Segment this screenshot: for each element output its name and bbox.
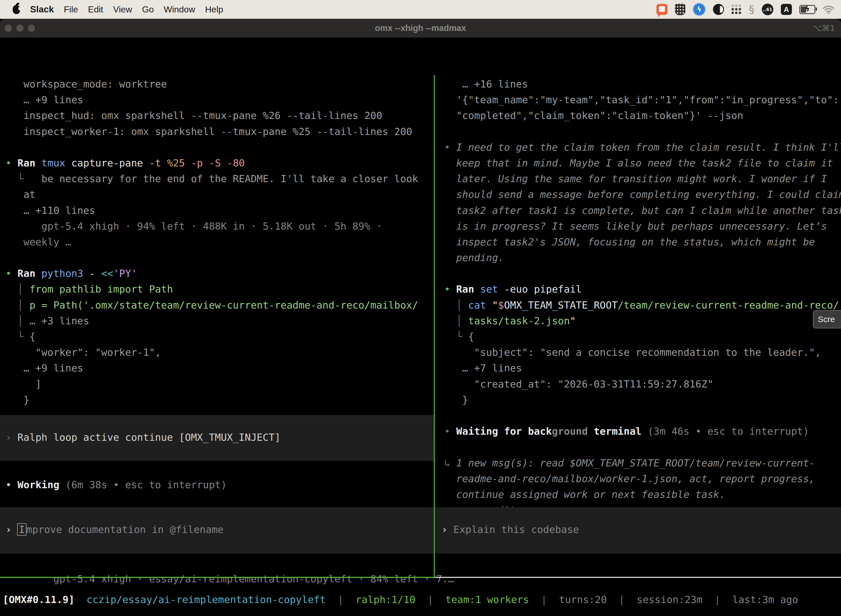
terminal-line: • Ran python3 - <<'PY' (6, 265, 431, 281)
menu-left: Slack FileEditViewGoWindowHelp (0, 4, 223, 15)
terminal-line: weekly … (6, 234, 431, 250)
menu-status-icons: ϟ§..61Aϟ (656, 3, 841, 16)
terminal-line: │ p = Path('.omx/state/team/review-curre… (6, 297, 431, 313)
terminal-line: ] (6, 376, 431, 392)
terminal-line: "completed","claim_token":"claim-token"}… (444, 108, 841, 123)
window-shortcut-hint: ⌥⌘1 (813, 19, 835, 38)
wifi-icon[interactable] (823, 5, 834, 14)
squiggle-icon[interactable]: § (749, 4, 755, 15)
terminal-line: '{"team_name":"my-team","task_id":"1","f… (444, 92, 841, 108)
window-title-bar[interactable]: omx --xhigh --madmax ⌥⌘1 (0, 19, 841, 38)
menu-item-go[interactable]: Go (142, 4, 154, 15)
terminal-line: later. Using the same for transition mig… (444, 171, 841, 186)
terminal-line: should send a message before completing … (444, 186, 841, 202)
right-input-placeholder[interactable]: › Explain this codebase (435, 522, 841, 537)
terminal-line: │ cat "$OMX_TEAM_STATE_ROOT/team/review-… (444, 297, 841, 313)
right-pane-output: … +16 lines '{"team_name":"my-team","tas… (444, 76, 841, 518)
terminal-line: … +9 lines (6, 92, 431, 108)
terminal-line: is in progress? It seems likely but perh… (444, 218, 841, 234)
left-prompt-input[interactable]: › Improve documentation in @filename (0, 507, 434, 554)
terminal-line: • Ran set -euo pipefail (444, 281, 841, 297)
terminal-line: inspect_worker-1: omx sparkshell --tmux-… (6, 124, 431, 139)
terminal-line (444, 265, 841, 281)
terminal-line (6, 250, 431, 265)
input-source-icon[interactable]: A (781, 4, 792, 15)
right-pane-status: gpt-5.4 xhigh · 94% left · 488K in · 5.1… (444, 555, 841, 571)
menu-item-edit[interactable]: Edit (88, 4, 103, 15)
terminal-line (444, 439, 841, 455)
dots-grid-icon[interactable] (731, 4, 741, 14)
menu-item-file[interactable]: File (64, 4, 78, 15)
left-pane-output: workspace_mode: worktree … +9 lines insp… (6, 76, 431, 408)
terminal-line: … +9 lines (6, 360, 431, 376)
terminal-line: • Waiting for background terminal (3m 46… (444, 423, 841, 439)
apple-icon[interactable] (13, 5, 20, 14)
screen-share-overlay[interactable]: Scre (813, 310, 841, 329)
terminal-line: │ from pathlib import Path (6, 281, 431, 297)
terminal-line: "created_at": "2026-03-31T11:59:27.816Z" (444, 376, 841, 392)
terminal-line (6, 139, 431, 155)
terminal: workspace_mode: worktree … +9 lines insp… (0, 38, 841, 616)
left-pane-status-text: gpt-5.4 xhigh · essay/ai-reimplementatio… (41, 573, 454, 585)
terminal-line (444, 124, 841, 139)
terminal-line: } (6, 392, 431, 408)
terminal-line: … +7 lines (444, 360, 841, 376)
terminal-line: • I need to get the claim token from the… (444, 139, 841, 155)
left-input-placeholder[interactable]: › Improve documentation in @filename (0, 522, 434, 537)
battery-charging-icon[interactable]: ϟ (799, 5, 815, 14)
ralph-loop-text: › Ralph loop active continue [OMX_TMUX_I… (0, 430, 434, 445)
terminal-line: task2 after task1 is complete, but can I… (444, 202, 841, 218)
terminal-line: • Ran tmux capture-pane -t %25 -p -S -80 (6, 155, 431, 171)
app-menu-name[interactable]: Slack (30, 4, 54, 15)
screen: Slack FileEditViewGoWindowHelp ϟ§..61Aϟ … (0, 0, 841, 616)
left-pane-border (0, 577, 434, 578)
screen-share-overlay-text: Scre (818, 315, 835, 324)
right-pane-border (435, 577, 841, 578)
terminal-line: } (444, 392, 841, 408)
window-title: omx --xhigh --madmax (0, 19, 841, 38)
shield-grid-icon[interactable] (675, 4, 686, 15)
text-cursor: I (18, 524, 26, 535)
terminal-line: ↳ 1 new msg(s): read $OMX_TEAM_STATE_ROO… (444, 455, 841, 471)
terminal-line: └ be necessary for the end of the README… (6, 171, 431, 186)
terminal-line: … +110 lines (6, 202, 431, 218)
terminal-line: │ tasks/task-2.json" (444, 313, 841, 329)
terminal-line: pending. (444, 250, 841, 265)
terminal-line: │ … +3 lines (6, 313, 431, 329)
terminal-line: └ { (444, 329, 841, 345)
dark-crescent-icon[interactable] (713, 4, 724, 15)
terminal-line: inspect task2's JSON, focusing on the st… (444, 234, 841, 250)
menu-item-view[interactable]: View (113, 4, 132, 15)
terminal-line: readme-and-reco/mailbox/worker-1.json, a… (444, 471, 841, 487)
pane-divider[interactable] (434, 75, 435, 578)
count-badge-icon[interactable]: ..61 (762, 4, 774, 15)
terminal-line: workspace_mode: worktree (6, 76, 431, 92)
menu-bar: Slack FileEditViewGoWindowHelp ϟ§..61Aϟ (0, 0, 841, 19)
menu-item-help[interactable]: Help (205, 4, 223, 15)
omx-status-line: [OMX#0.11.9] cczip/essay/ai-reimplementa… (3, 592, 798, 607)
working-status: • Working (6m 38s • esc to interrupt) (6, 477, 227, 493)
terminal-line (444, 408, 841, 423)
terminal-line: at (6, 186, 431, 202)
menu-items: FileEditViewGoWindowHelp (64, 4, 223, 15)
bolt-circle-icon[interactable]: ϟ (693, 3, 706, 16)
terminal-line: inspect_hud: omx sparkshell --tmux-pane … (6, 108, 431, 123)
ralph-loop-banner: › Ralph loop active continue [OMX_TMUX_I… (0, 415, 434, 461)
terminal-line: "subject": "send a concise recommendatio… (444, 345, 841, 360)
terminal-line: continue assigned work or next feasible … (444, 487, 841, 502)
terminal-line: … +16 lines (444, 76, 841, 92)
terminal-line: "worker": "worker-1", (6, 345, 431, 360)
left-pane-status: gpt-5.4 xhigh · essay/ai-reimplementatio… (6, 555, 454, 571)
right-prompt-input[interactable]: › Explain this codebase (435, 507, 841, 554)
menu-item-window[interactable]: Window (164, 4, 195, 15)
terminal-line: gpt-5.4 xhigh · 94% left · 488K in · 5.1… (6, 218, 431, 234)
terminal-line: keep that in mind. Maybe I also need the… (444, 155, 841, 171)
terminal-line: └ { (6, 329, 431, 345)
notification-app-icon[interactable] (656, 4, 667, 15)
